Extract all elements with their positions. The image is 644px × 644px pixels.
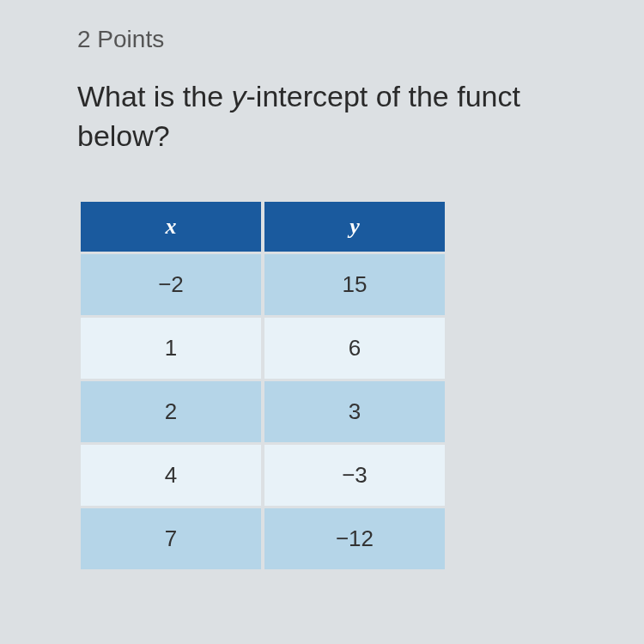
points-label: 2 Points bbox=[77, 26, 644, 53]
question-italic-y: y bbox=[232, 80, 246, 112]
cell-y: 6 bbox=[264, 318, 445, 379]
cell-x: −2 bbox=[81, 254, 261, 315]
table-row: 2 3 bbox=[81, 381, 445, 442]
cell-x: 7 bbox=[81, 508, 261, 569]
cell-x: 4 bbox=[81, 445, 261, 506]
cell-y: 3 bbox=[264, 381, 445, 442]
question-middle: -intercept of the funct bbox=[246, 80, 520, 112]
cell-y: −3 bbox=[264, 445, 445, 506]
question-text: What is the y-intercept of the funct bel… bbox=[77, 77, 644, 156]
question-prefix: What is the bbox=[77, 80, 232, 112]
table-row: 7 −12 bbox=[81, 508, 445, 569]
table-row: 4 −3 bbox=[81, 445, 445, 506]
table-header-row: x y bbox=[81, 202, 445, 252]
cell-x: 2 bbox=[81, 381, 261, 442]
header-x: x bbox=[81, 202, 261, 252]
table-row: −2 15 bbox=[81, 254, 445, 315]
question-line2: below? bbox=[77, 119, 170, 152]
cell-x: 1 bbox=[81, 318, 261, 379]
table-row: 1 6 bbox=[81, 318, 445, 379]
data-table: x y −2 15 1 6 2 3 4 −3 7 −12 bbox=[77, 199, 448, 572]
cell-y: −12 bbox=[264, 508, 445, 569]
cell-y: 15 bbox=[264, 254, 445, 315]
header-y: y bbox=[264, 202, 445, 252]
